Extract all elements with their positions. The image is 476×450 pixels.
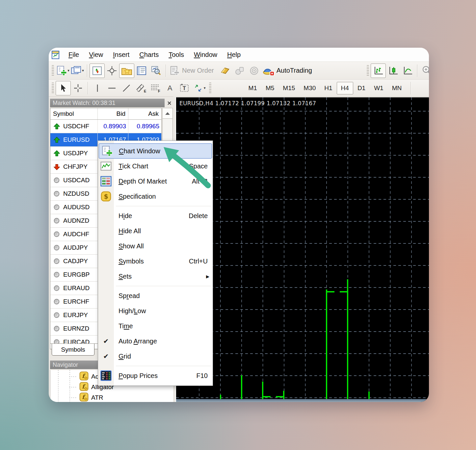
toolbar-grip[interactable] [52, 65, 54, 76]
context-menu-item-depth-of-market[interactable]: Depth Of MarketAlt+B [98, 174, 213, 189]
dropdown-caret-icon: ▾ [67, 68, 69, 73]
symbol-label: AUDNZD [63, 217, 89, 224]
fibonacci-tool-button[interactable]: F [148, 81, 163, 95]
timeframe-h1[interactable]: H1 [320, 82, 336, 94]
zoom-in-button[interactable] [420, 63, 429, 78]
new-chart-button[interactable]: ▾ [56, 63, 70, 78]
navigator-toggle-button[interactable] [119, 63, 134, 78]
context-menu-item-chart-window[interactable]: Chart Window [99, 143, 212, 159]
indicator-icon: f [79, 371, 89, 382]
menu-item-label: High/Low [119, 307, 146, 315]
market-watch-titlebar[interactable]: Market Watch: 00:38:31 [50, 99, 165, 107]
context-menu-item-symbols[interactable]: SymbolsCtrl+U [98, 254, 213, 269]
timeframe-d1[interactable]: D1 [353, 82, 370, 94]
toolbar-grip[interactable] [209, 83, 211, 94]
cursor-tool-button[interactable] [56, 81, 71, 95]
trend-flat-icon [53, 231, 61, 238]
timeframe-w1[interactable]: W1 [370, 82, 388, 94]
context-menu-item-hide[interactable]: HideDelete [98, 208, 213, 223]
market-watch-row-usdchf[interactable]: USDCHF0.899030.89965 [50, 120, 161, 133]
menu-shortcut: Alt+B [192, 178, 208, 185]
column-header-bid[interactable]: Bid [98, 108, 128, 119]
context-menu-item-high-low[interactable]: High/Low [98, 303, 213, 318]
autotrading-button[interactable]: AutoTrading [261, 63, 313, 78]
text-label-tool-button[interactable]: T [177, 81, 192, 95]
app-logo-icon [51, 50, 60, 60]
terminal-button[interactable] [134, 63, 149, 78]
arrows-tool-button[interactable]: ▾ [192, 81, 207, 95]
toolbar-separator [87, 64, 87, 77]
menu-shortcut: Ctrl+U [189, 258, 208, 265]
horizontal-line-tool-button[interactable] [105, 81, 119, 95]
timeframe-m1[interactable]: M1 [244, 82, 261, 94]
menu-insert[interactable]: Insert [108, 51, 134, 59]
menu-item-label: Popup Prices [119, 372, 158, 380]
context-menu-item-time[interactable]: Time [98, 318, 213, 334]
timeframe-m30[interactable]: M30 [299, 82, 320, 94]
svg-text:F: F [158, 89, 160, 93]
menu-item-label: Specification [119, 193, 156, 200]
menu-file[interactable]: File [64, 51, 84, 59]
trend-flat-icon [53, 298, 61, 305]
scroll-up-button[interactable] [163, 108, 172, 119]
navigator-item-atr[interactable]: fATR [69, 392, 103, 402]
context-menu-item-spread[interactable]: Spread [98, 288, 213, 303]
history-center-button[interactable] [218, 63, 232, 78]
expert-advisors-button[interactable] [232, 63, 247, 78]
candlestick-chart-button[interactable] [386, 63, 400, 78]
tab-symbols[interactable]: Symbols [52, 344, 94, 356]
equidistant-channel-tool-button[interactable]: E [134, 81, 148, 95]
navigator-item-ac[interactable]: fAc [69, 371, 98, 382]
timeframe-m5[interactable]: M5 [261, 82, 278, 94]
trendline-tool-button[interactable] [119, 81, 134, 95]
context-menu-item-show-all[interactable]: Show All [98, 238, 213, 254]
context-menu-item-hide-all[interactable]: Hide All [98, 223, 213, 238]
timeframe-mn[interactable]: MN [388, 82, 406, 94]
menu-charts[interactable]: Charts [134, 51, 164, 59]
menu-tools[interactable]: Tools [164, 51, 189, 59]
context-menu-item-grid[interactable]: ✔Grid [98, 349, 213, 364]
strategy-tester-button[interactable] [149, 63, 163, 78]
timeframe-h4[interactable]: H4 [337, 82, 353, 94]
menu-separator [98, 364, 213, 368]
vertical-line-tool-button[interactable] [90, 81, 105, 95]
context-menu-item-specification[interactable]: $Specification [98, 189, 213, 204]
data-window-button[interactable] [105, 63, 119, 78]
submenu-arrow-icon: ▶ [206, 274, 209, 279]
toolbar-grip[interactable] [52, 83, 54, 94]
trend-flat-icon [53, 271, 61, 278]
profiles-button[interactable]: ▾ [70, 63, 85, 78]
symbol-label: CHFJPY [63, 163, 88, 170]
tree-stub [69, 387, 77, 388]
menu-shortcut: F10 [197, 372, 208, 380]
market-watch-toggle-button[interactable] [90, 63, 105, 78]
chart-canvas[interactable]: EURUSD,H4 1.07172 1.07199 1.07132 1.0716… [176, 97, 429, 402]
menu-window[interactable]: Window [189, 51, 222, 59]
bar-chart-button[interactable] [371, 63, 386, 78]
context-menu-item-popup-prices[interactable]: Popup PricesF10 [98, 368, 213, 383]
toolbar-separator [410, 82, 411, 94]
context-menu-item-auto-arrange[interactable]: ✔Auto Arrange [98, 334, 213, 349]
market-watch-header-row[interactable]: Symbol Bid Ask [50, 108, 161, 120]
symbol-label: EURGBP [63, 271, 90, 278]
toolbar-grip[interactable] [367, 65, 369, 76]
signals-button[interactable] [247, 63, 261, 78]
crosshair-tool-button[interactable] [71, 81, 85, 95]
trend-down-icon [53, 163, 61, 171]
text-tool-button[interactable]: A [163, 81, 177, 95]
column-header-ask[interactable]: Ask [128, 108, 161, 119]
checkmark-icon: ✔ [100, 337, 112, 345]
context-menu-item-tick-chart[interactable]: Tick ChartSpace [98, 159, 213, 174]
tree-guide-line [58, 370, 59, 402]
symbol-label: EURJPY [63, 312, 88, 319]
symbol-label: USDCHF [63, 123, 89, 130]
symbol-label: AUDUSD [63, 204, 90, 211]
menu-view[interactable]: View [84, 51, 108, 59]
timeframe-m15[interactable]: M15 [278, 82, 299, 94]
line-chart-button[interactable] [400, 63, 415, 78]
menu-help[interactable]: Help [222, 51, 246, 59]
market-watch-close-button[interactable] [166, 99, 173, 107]
context-menu-item-sets[interactable]: Sets▶ [98, 269, 213, 284]
column-header-symbol[interactable]: Symbol [50, 108, 98, 119]
new-order-button[interactable]: New Order [168, 63, 215, 78]
